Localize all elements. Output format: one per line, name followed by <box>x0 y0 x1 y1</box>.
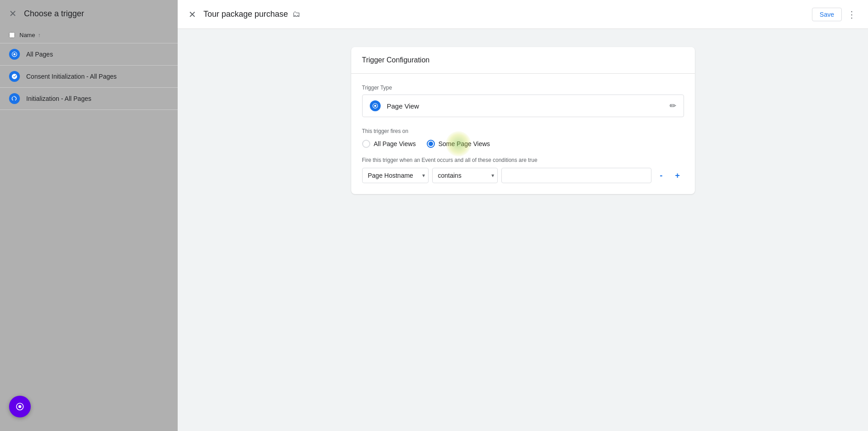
folder-icon[interactable]: 🗂 <box>292 9 301 19</box>
trigger-card-title: Trigger Configuration <box>351 47 695 74</box>
fires-on-label: This trigger fires on <box>362 128 684 134</box>
radio-all-label: All Page Views <box>374 140 416 147</box>
sidebar-item-all-pages[interactable]: All Pages <box>0 43 178 66</box>
svg-point-0 <box>14 53 16 56</box>
radio-some-label: Some Page Views <box>439 140 490 147</box>
remove-condition-button[interactable]: - <box>655 169 668 182</box>
close-main-icon[interactable]: ✕ <box>189 9 196 20</box>
more-options-icon[interactable]: ⋮ <box>847 9 857 20</box>
condition-label: Fire this trigger when an Event occurs a… <box>362 157 684 163</box>
sidebar: ✕ Choose a trigger Name ↑ All Pages <box>0 0 178 431</box>
radio-some-page-views[interactable]: Some Page Views <box>427 140 490 148</box>
trigger-type-row: Page View ✏ <box>362 95 684 117</box>
topbar: ✕ Tour package purchase 🗂 Save ⋮ <box>178 0 868 29</box>
operator-select-wrapper: contains equals starts with ends with ma… <box>432 168 498 183</box>
trigger-config-card: Trigger Configuration Trigger Type Page … <box>351 47 695 194</box>
sidebar-header: ✕ Choose a trigger <box>0 0 178 27</box>
page-view-icon <box>370 100 381 111</box>
add-condition-button[interactable]: + <box>671 169 684 182</box>
radio-some-circle <box>427 140 435 148</box>
sidebar-title: Choose a trigger <box>24 9 84 19</box>
trigger-list: All Pages Consent Initialization - All P… <box>0 43 178 110</box>
save-button[interactable]: Save <box>812 8 842 21</box>
content-area: Trigger Configuration Trigger Type Page … <box>178 29 868 431</box>
consent-init-label: Consent Initialization - All Pages <box>26 73 117 80</box>
radio-all-page-views[interactable]: All Page Views <box>362 140 416 148</box>
consent-init-icon <box>9 71 20 82</box>
variable-select[interactable]: Page Hostname Page URL Page Path Referre… <box>362 168 429 183</box>
variable-select-wrapper: Page Hostname Page URL Page Path Referre… <box>362 168 429 183</box>
radio-all-circle <box>362 140 370 148</box>
page-title: Tour package purchase <box>203 9 288 19</box>
edit-trigger-icon[interactable]: ✏ <box>670 101 676 111</box>
svg-point-2 <box>374 105 376 107</box>
sort-arrow-icon: ↑ <box>38 32 41 38</box>
trigger-type-value: Page View <box>387 102 663 110</box>
topbar-actions: Save ⋮ <box>812 8 857 21</box>
condition-row: Page Hostname Page URL Page Path Referre… <box>362 168 684 183</box>
topbar-title-area: Tour package purchase 🗂 <box>203 9 805 19</box>
name-column-label: Name <box>19 32 35 38</box>
column-header: Name ↑ <box>0 27 178 43</box>
fires-on-radio-group: All Page Views Some Page Views <box>362 140 684 148</box>
condition-value-input[interactable] <box>501 168 651 183</box>
all-pages-icon <box>9 49 20 60</box>
trigger-type-label: Trigger Type <box>362 85 684 91</box>
trigger-card-body: Trigger Type Page View ✏ This trigger fi… <box>351 74 695 194</box>
select-all-checkbox[interactable] <box>9 32 15 38</box>
main-panel: ✕ Tour package purchase 🗂 Save ⋮ Trigger… <box>178 0 868 431</box>
init-all-pages-label: Initialization - All Pages <box>26 95 91 102</box>
init-all-pages-icon <box>9 93 20 104</box>
fab-button[interactable] <box>9 396 31 417</box>
close-sidebar-icon[interactable]: ✕ <box>9 8 17 19</box>
svg-point-1 <box>19 405 22 408</box>
operator-select[interactable]: contains equals starts with ends with ma… <box>432 168 498 183</box>
sidebar-item-init-all-pages[interactable]: Initialization - All Pages <box>0 88 178 110</box>
all-pages-label: All Pages <box>26 51 53 58</box>
sidebar-item-consent-init[interactable]: Consent Initialization - All Pages <box>0 66 178 88</box>
